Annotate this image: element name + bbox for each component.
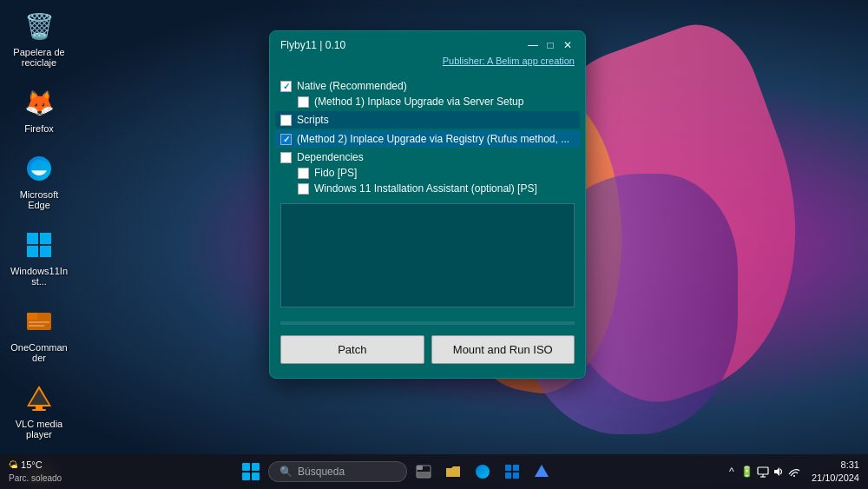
svg-marker-23: [774, 467, 779, 476]
method1-label: (Method 1) Inplace Upgrade via Server Se…: [314, 96, 523, 108]
icon-edge[interactable]: Microsoft Edge: [9, 151, 69, 210]
maximize-button[interactable]: □: [543, 38, 557, 52]
svg-marker-9: [30, 389, 49, 405]
close-button[interactable]: ✕: [561, 38, 575, 52]
edge-icon: [22, 151, 56, 186]
native-checkbox[interactable]: ✓: [280, 81, 292, 92]
window-content: ✓ Native (Recommended) (Method 1) Inplac…: [270, 71, 585, 378]
recycle-bin-icon: 🗑️: [22, 9, 56, 43]
svg-rect-17: [513, 465, 519, 471]
taskbar-search[interactable]: 🔍 Búsqueda: [268, 461, 407, 482]
win11asst-row: Windows 11 Installation Assistant (optio…: [280, 181, 575, 196]
taskbar-right: ^ 🔋: [725, 459, 859, 486]
chevron-up-icon[interactable]: ^: [725, 465, 739, 479]
win11asst-checkbox[interactable]: [298, 183, 309, 195]
windows-logo-icon: [242, 463, 260, 480]
svg-rect-3: [40, 246, 51, 257]
svg-rect-13: [417, 472, 431, 478]
progress-bar-container: [280, 321, 575, 325]
dependencies-row: Dependencies: [280, 149, 575, 165]
onecommander-label: OneCommander: [9, 342, 69, 363]
tray-icons: ^ 🔋: [725, 465, 801, 479]
fido-row: Fido [PS]: [280, 165, 575, 181]
method2-row: ✓ (Method 2) Inplace Upgrade via Registr…: [275, 130, 580, 148]
firefox-icon: 🦊: [22, 85, 56, 120]
date-text: 21/10/2024: [812, 472, 859, 485]
svg-point-24: [793, 475, 795, 477]
volume-icon[interactable]: [772, 465, 786, 479]
taskbar-left: 🌤 15°C Parc. soleado: [9, 459, 67, 484]
scripts-checkbox[interactable]: [280, 115, 292, 126]
method1-row: (Method 1) Inplace Upgrade via Server Se…: [280, 94, 575, 109]
svg-rect-5: [27, 313, 37, 320]
network-icon[interactable]: [787, 465, 801, 479]
icon-onecommander[interactable]: OneCommander: [9, 304, 69, 363]
svg-rect-2: [27, 246, 38, 257]
battery-icon: 🔋: [740, 465, 754, 479]
svg-rect-20: [758, 467, 768, 474]
search-placeholder: Búsqueda: [298, 466, 345, 478]
desktop: 🗑️ Papelera de reciclaje 🦊 Firefox: [0, 0, 868, 489]
time-text: 8:31: [812, 459, 859, 472]
svg-rect-11: [32, 409, 46, 411]
recycle-bin-label: Papelera de reciclaje: [9, 47, 69, 68]
win11asst-label: Windows 11 Installation Assistant (optio…: [314, 182, 537, 195]
win11inst-label: Windows11Inst...: [9, 266, 69, 287]
svg-point-15: [476, 465, 490, 479]
window-title: Flyby11 | 0.10: [280, 39, 345, 51]
method1-checkbox[interactable]: [298, 96, 309, 108]
method2-checkbox[interactable]: ✓: [280, 134, 292, 145]
win11-icon: [22, 228, 56, 262]
title-bar: Flyby11 | 0.10 — □ ✕: [270, 31, 585, 56]
native-label: Native (Recommended): [297, 80, 407, 92]
svg-rect-7: [29, 325, 44, 327]
taskbar-store-icon[interactable]: [499, 459, 525, 485]
icon-recycle-bin[interactable]: 🗑️ Papelera de reciclaje: [9, 9, 69, 68]
icon-windows11inst[interactable]: Windows11Inst...: [9, 228, 69, 287]
vlc-label: VLC media player: [9, 419, 69, 439]
publisher-link[interactable]: Publisher: A Belim app creation: [270, 56, 585, 71]
method2-label: (Method 2) Inplace Upgrade via Registry …: [297, 133, 569, 145]
icon-firefox[interactable]: 🦊 Firefox: [9, 85, 69, 134]
svg-rect-16: [505, 465, 511, 471]
weather-widget[interactable]: 🌤 15°C Parc. soleado: [9, 459, 62, 484]
dependencies-checkbox[interactable]: [280, 152, 292, 163]
fido-checkbox[interactable]: [298, 168, 309, 179]
minimize-button[interactable]: —: [526, 38, 540, 52]
window-controls: — □ ✕: [526, 38, 575, 52]
svg-rect-10: [36, 406, 43, 409]
svg-rect-0: [27, 233, 38, 244]
taskbar-files-icon[interactable]: [411, 459, 437, 485]
search-icon: 🔍: [279, 466, 293, 478]
svg-rect-1: [40, 233, 51, 244]
svg-rect-18: [505, 472, 511, 479]
vlc-icon: [22, 380, 56, 415]
scripts-label: Scripts: [297, 114, 329, 126]
output-textarea[interactable]: [280, 203, 575, 307]
onecommander-icon: [22, 304, 56, 339]
taskbar: 🌤 15°C Parc. soleado 🔍 Búsqueda: [0, 454, 868, 489]
scripts-row: Scripts: [275, 111, 580, 129]
windows-start-button[interactable]: [237, 458, 265, 486]
weather-temp: 🌤 15°C: [9, 459, 62, 472]
firefox-label: Firefox: [24, 123, 54, 134]
taskbar-app5-icon[interactable]: [529, 459, 555, 485]
icon-vlc[interactable]: VLC media player: [9, 380, 69, 439]
button-row: Patch Mount and Run ISO: [280, 332, 575, 371]
taskbar-center: 🔍 Búsqueda: [67, 458, 725, 486]
weather-condition: Parc. soleado: [9, 472, 62, 485]
flyby11-window: Flyby11 | 0.10 — □ ✕ Publisher: A Belim …: [269, 30, 586, 379]
svg-rect-19: [513, 472, 519, 479]
native-row: ✓ Native (Recommended): [280, 78, 575, 94]
clock-display[interactable]: 8:31 21/10/2024: [812, 459, 859, 486]
svg-rect-12: [417, 466, 423, 470]
mount-iso-button[interactable]: Mount and Run ISO: [431, 335, 575, 364]
svg-rect-6: [29, 321, 49, 323]
edge-label: Microsoft Edge: [9, 189, 69, 210]
taskbar-explorer-icon[interactable]: [440, 459, 466, 485]
desktop-icon-area: 🗑️ Papelera de reciclaje 🦊 Firefox: [9, 9, 69, 489]
fido-label: Fido [PS]: [314, 167, 357, 179]
patch-button[interactable]: Patch: [280, 335, 424, 364]
dependencies-label: Dependencies: [297, 151, 364, 163]
taskbar-edge-icon[interactable]: [470, 459, 496, 485]
